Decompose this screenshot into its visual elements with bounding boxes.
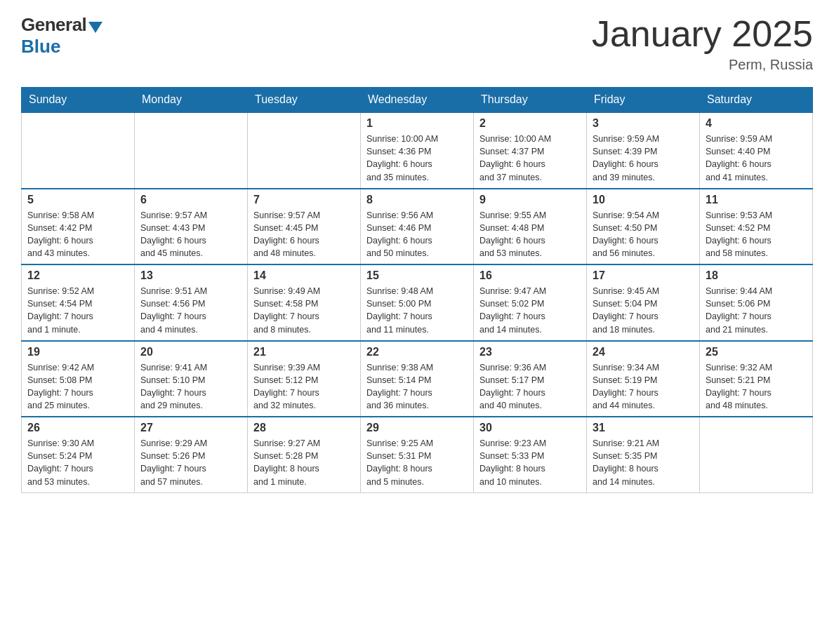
calendar-cell: 25Sunrise: 9:32 AM Sunset: 5:21 PM Dayli… — [700, 341, 813, 417]
day-number: 5 — [27, 194, 128, 206]
day-number: 6 — [140, 194, 241, 206]
day-number: 7 — [253, 194, 355, 206]
calendar-cell: 30Sunrise: 9:23 AM Sunset: 5:33 PM Dayli… — [474, 417, 587, 492]
day-number: 3 — [593, 117, 694, 130]
calendar-cell: 7Sunrise: 9:57 AM Sunset: 4:45 PM Daylig… — [248, 189, 361, 265]
calendar-cell: 1Sunrise: 10:00 AM Sunset: 4:36 PM Dayli… — [361, 112, 474, 189]
logo-general-text: General — [21, 14, 86, 36]
calendar-header-thursday: Thursday — [474, 88, 587, 113]
day-info: Sunrise: 9:38 AM Sunset: 5:14 PM Dayligh… — [366, 361, 468, 412]
day-info: Sunrise: 9:58 AM Sunset: 4:42 PM Dayligh… — [27, 209, 128, 260]
month-title: January 2025 — [592, 14, 813, 54]
day-number: 19 — [27, 346, 128, 358]
day-number: 9 — [479, 194, 581, 206]
calendar-header-wednesday: Wednesday — [361, 88, 474, 113]
calendar-cell — [700, 417, 813, 492]
day-number: 25 — [706, 346, 807, 358]
day-info: Sunrise: 9:48 AM Sunset: 5:00 PM Dayligh… — [366, 285, 468, 336]
day-info: Sunrise: 9:53 AM Sunset: 4:52 PM Dayligh… — [706, 209, 807, 260]
calendar-cell: 18Sunrise: 9:44 AM Sunset: 5:06 PM Dayli… — [700, 264, 813, 341]
calendar-cell: 24Sunrise: 9:34 AM Sunset: 5:19 PM Dayli… — [587, 341, 700, 417]
day-number: 17 — [593, 269, 694, 282]
day-info: Sunrise: 9:39 AM Sunset: 5:12 PM Dayligh… — [253, 361, 355, 412]
day-number: 13 — [140, 269, 241, 282]
calendar-cell: 19Sunrise: 9:42 AM Sunset: 5:08 PM Dayli… — [22, 341, 135, 417]
calendar-cell: 26Sunrise: 9:30 AM Sunset: 5:24 PM Dayli… — [22, 417, 135, 492]
day-number: 23 — [479, 346, 581, 358]
day-number: 16 — [479, 269, 581, 282]
day-info: Sunrise: 9:34 AM Sunset: 5:19 PM Dayligh… — [593, 361, 694, 412]
calendar-cell: 4Sunrise: 9:59 AM Sunset: 4:40 PM Daylig… — [700, 112, 813, 189]
day-info: Sunrise: 9:42 AM Sunset: 5:08 PM Dayligh… — [27, 361, 128, 412]
day-number: 12 — [27, 269, 128, 282]
day-info: Sunrise: 9:32 AM Sunset: 5:21 PM Dayligh… — [706, 361, 807, 412]
day-number: 1 — [366, 117, 468, 130]
day-info: Sunrise: 9:57 AM Sunset: 4:45 PM Dayligh… — [253, 209, 355, 260]
day-info: Sunrise: 9:59 AM Sunset: 4:39 PM Dayligh… — [593, 133, 694, 184]
calendar-cell: 13Sunrise: 9:51 AM Sunset: 4:56 PM Dayli… — [135, 264, 248, 341]
day-info: Sunrise: 9:52 AM Sunset: 4:54 PM Dayligh… — [27, 285, 128, 336]
calendar-header-monday: Monday — [135, 88, 248, 113]
calendar-week-row-2: 5Sunrise: 9:58 AM Sunset: 4:42 PM Daylig… — [22, 189, 813, 265]
calendar-cell: 31Sunrise: 9:21 AM Sunset: 5:35 PM Dayli… — [587, 417, 700, 492]
calendar-cell: 15Sunrise: 9:48 AM Sunset: 5:00 PM Dayli… — [361, 264, 474, 341]
day-info: Sunrise: 9:30 AM Sunset: 5:24 PM Dayligh… — [27, 437, 128, 488]
calendar-cell: 23Sunrise: 9:36 AM Sunset: 5:17 PM Dayli… — [474, 341, 587, 417]
day-info: Sunrise: 9:49 AM Sunset: 4:58 PM Dayligh… — [253, 285, 355, 336]
calendar-cell: 10Sunrise: 9:54 AM Sunset: 4:50 PM Dayli… — [587, 189, 700, 265]
day-info: Sunrise: 9:27 AM Sunset: 5:28 PM Dayligh… — [253, 437, 355, 488]
day-number: 31 — [593, 422, 694, 434]
calendar-cell: 5Sunrise: 9:58 AM Sunset: 4:42 PM Daylig… — [22, 189, 135, 265]
calendar-week-row-4: 19Sunrise: 9:42 AM Sunset: 5:08 PM Dayli… — [22, 341, 813, 417]
day-info: Sunrise: 10:00 AM Sunset: 4:37 PM Daylig… — [479, 133, 581, 184]
day-number: 30 — [479, 422, 581, 434]
calendar-cell: 3Sunrise: 9:59 AM Sunset: 4:39 PM Daylig… — [587, 112, 700, 189]
location: Perm, Russia — [592, 57, 813, 73]
day-number: 24 — [593, 346, 694, 358]
day-number: 10 — [593, 194, 694, 206]
page-header: General Blue January 2025 Perm, Russia — [21, 14, 813, 73]
calendar-cell: 9Sunrise: 9:55 AM Sunset: 4:48 PM Daylig… — [474, 189, 587, 265]
day-info: Sunrise: 9:44 AM Sunset: 5:06 PM Dayligh… — [706, 285, 807, 336]
calendar-cell: 27Sunrise: 9:29 AM Sunset: 5:26 PM Dayli… — [135, 417, 248, 492]
day-info: Sunrise: 9:45 AM Sunset: 5:04 PM Dayligh… — [593, 285, 694, 336]
day-number: 22 — [366, 346, 468, 358]
day-info: Sunrise: 9:54 AM Sunset: 4:50 PM Dayligh… — [593, 209, 694, 260]
title-section: January 2025 Perm, Russia — [592, 14, 813, 73]
day-info: Sunrise: 9:41 AM Sunset: 5:10 PM Dayligh… — [140, 361, 241, 412]
calendar-cell: 29Sunrise: 9:25 AM Sunset: 5:31 PM Dayli… — [361, 417, 474, 492]
calendar-week-row-5: 26Sunrise: 9:30 AM Sunset: 5:24 PM Dayli… — [22, 417, 813, 492]
day-number: 26 — [27, 422, 128, 434]
calendar-cell — [135, 112, 248, 189]
day-number: 27 — [140, 422, 241, 434]
calendar-cell: 8Sunrise: 9:56 AM Sunset: 4:46 PM Daylig… — [361, 189, 474, 265]
day-info: Sunrise: 9:57 AM Sunset: 4:43 PM Dayligh… — [140, 209, 241, 260]
day-info: Sunrise: 9:56 AM Sunset: 4:46 PM Dayligh… — [366, 209, 468, 260]
day-info: Sunrise: 9:59 AM Sunset: 4:40 PM Dayligh… — [706, 133, 807, 184]
calendar-week-row-3: 12Sunrise: 9:52 AM Sunset: 4:54 PM Dayli… — [22, 264, 813, 341]
day-number: 29 — [366, 422, 468, 434]
day-info: Sunrise: 9:47 AM Sunset: 5:02 PM Dayligh… — [479, 285, 581, 336]
day-info: Sunrise: 9:25 AM Sunset: 5:31 PM Dayligh… — [366, 437, 468, 488]
calendar-cell: 2Sunrise: 10:00 AM Sunset: 4:37 PM Dayli… — [474, 112, 587, 189]
day-info: Sunrise: 10:00 AM Sunset: 4:36 PM Daylig… — [366, 133, 468, 184]
calendar-cell — [22, 112, 135, 189]
day-number: 11 — [706, 194, 807, 206]
logo-arrow-icon — [88, 22, 102, 33]
logo: General Blue — [21, 14, 102, 58]
logo-blue-text: Blue — [21, 36, 60, 58]
day-number: 15 — [366, 269, 468, 282]
calendar-header-sunday: Sunday — [22, 88, 135, 113]
calendar-header-tuesday: Tuesday — [248, 88, 361, 113]
day-info: Sunrise: 9:21 AM Sunset: 5:35 PM Dayligh… — [593, 437, 694, 488]
day-number: 4 — [706, 117, 807, 130]
calendar-header-saturday: Saturday — [700, 88, 813, 113]
calendar-table: SundayMondayTuesdayWednesdayThursdayFrid… — [21, 87, 813, 493]
calendar-cell: 20Sunrise: 9:41 AM Sunset: 5:10 PM Dayli… — [135, 341, 248, 417]
day-number: 14 — [253, 269, 355, 282]
calendar-cell — [248, 112, 361, 189]
calendar-cell: 21Sunrise: 9:39 AM Sunset: 5:12 PM Dayli… — [248, 341, 361, 417]
day-number: 21 — [253, 346, 355, 358]
calendar-week-row-1: 1Sunrise: 10:00 AM Sunset: 4:36 PM Dayli… — [22, 112, 813, 189]
day-number: 28 — [253, 422, 355, 434]
